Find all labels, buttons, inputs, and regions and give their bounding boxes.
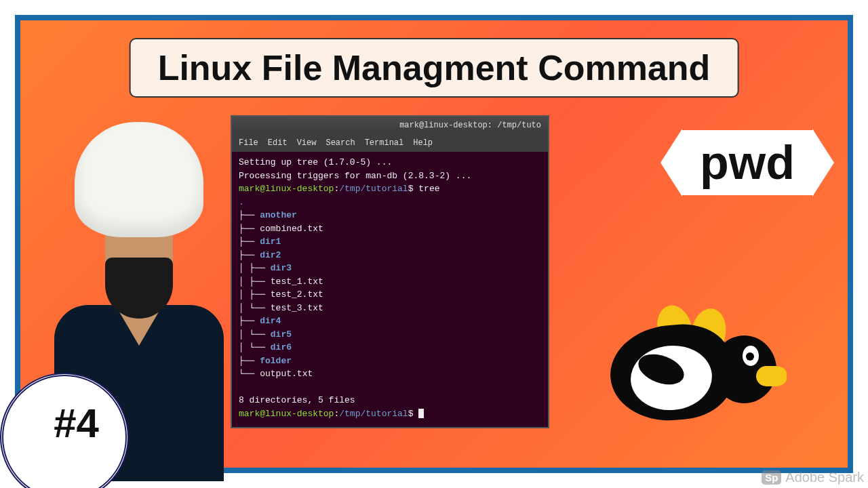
menu-terminal[interactable]: Terminal xyxy=(365,137,404,149)
prompt-path: /tmp/tutorial xyxy=(339,184,408,194)
prompt-line: mark@linux-desktop:/tmp/tutorial$ xyxy=(239,407,541,421)
tree-line: │ └── dir5 xyxy=(239,328,541,342)
spark-logo-icon: Sp xyxy=(762,470,781,485)
terminal-titlebar: mark@linux-desktop: /tmp/tuto xyxy=(232,117,548,134)
tree-line: │ ├── test_1.txt xyxy=(239,275,541,289)
menu-view[interactable]: View xyxy=(297,137,317,149)
arrow-left-icon xyxy=(660,129,682,197)
command-badge: pwd xyxy=(660,129,834,197)
terminal-menubar: File Edit View Search Terminal Help xyxy=(232,134,548,152)
arrow-right-icon xyxy=(812,129,834,197)
watermark-text: Adobe Spark xyxy=(785,470,864,485)
tree-line: ├── combined.txt xyxy=(239,222,541,236)
tree-output: ├── another├── combined.txt├── dir1├── d… xyxy=(239,209,541,381)
menu-file[interactable]: File xyxy=(239,137,258,149)
tree-line: │ ├── dir3 xyxy=(239,262,541,275)
terminal-content[interactable]: Setting up tree (1.7.0-5) ... Processing… xyxy=(232,152,548,427)
tree-line: ├── folder xyxy=(239,354,541,368)
tree-line: │ └── test_3.txt xyxy=(239,302,541,315)
typed-command: tree xyxy=(418,184,439,194)
tree-root: . xyxy=(239,196,541,209)
title-banner: Linux File Managment Command xyxy=(130,38,739,98)
prompt-user: mark@linux-desktop xyxy=(239,184,334,194)
episode-number: #4 xyxy=(54,400,99,447)
tree-summary: 8 directories, 5 files xyxy=(239,394,541,407)
tree-line: ├── dir1 xyxy=(239,235,541,249)
prompt-line: mark@linux-desktop:/tmp/tutorial$ tree xyxy=(239,182,541,196)
cursor-icon xyxy=(418,409,424,418)
tree-line: ├── dir4 xyxy=(239,314,541,328)
menu-search[interactable]: Search xyxy=(326,137,355,149)
menu-help[interactable]: Help xyxy=(413,137,433,149)
tree-line: ├── another xyxy=(239,209,541,222)
output-line: Processing triggers for man-db (2.8.3-2)… xyxy=(239,169,541,183)
terminal-window[interactable]: mark@linux-desktop: /tmp/tuto File Edit … xyxy=(231,115,549,428)
watermark: Sp Adobe Spark xyxy=(762,470,864,485)
tree-line: │ └── dir6 xyxy=(239,341,541,354)
command-label: pwd xyxy=(681,130,814,195)
tux-penguin-icon xyxy=(610,305,793,447)
thumbnail-frame: Linux File Managment Command pwd mark@li… xyxy=(15,15,853,473)
page-title: Linux File Managment Command xyxy=(158,47,711,88)
tree-line: ├── dir2 xyxy=(239,249,541,262)
tree-line: └── output.txt xyxy=(239,367,541,381)
menu-edit[interactable]: Edit xyxy=(268,137,288,149)
output-line: Setting up tree (1.7.0-5) ... xyxy=(239,156,541,169)
tree-line: │ ├── test_2.txt xyxy=(239,288,541,302)
